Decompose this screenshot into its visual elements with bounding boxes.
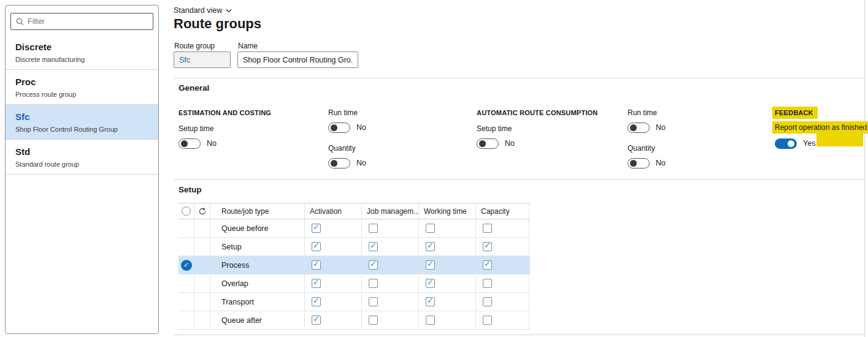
quantity-toggle[interactable] bbox=[628, 158, 650, 168]
table-row[interactable]: Process bbox=[179, 256, 530, 275]
activation-cell[interactable] bbox=[305, 219, 362, 237]
run-time-toggle[interactable] bbox=[628, 123, 650, 133]
col-header-activation[interactable]: Activation bbox=[305, 203, 362, 219]
row-selector-cell[interactable] bbox=[179, 238, 194, 256]
table-row[interactable]: Queue after bbox=[179, 311, 530, 330]
select-all-cell[interactable] bbox=[179, 203, 194, 219]
view-selector[interactable]: Standard view bbox=[174, 5, 232, 16]
route-job-type-value: Queue before bbox=[221, 224, 268, 233]
route-job-type-cell[interactable]: Overlap bbox=[210, 275, 305, 292]
job-management-checkbox[interactable] bbox=[369, 260, 378, 270]
row-selector-cell[interactable] bbox=[179, 275, 194, 292]
activation-checkbox[interactable] bbox=[312, 224, 321, 233]
row-selector-cell[interactable] bbox=[179, 293, 194, 311]
capacity-cell[interactable] bbox=[476, 293, 529, 311]
working-time-checkbox[interactable] bbox=[426, 242, 435, 251]
col-header-working-time[interactable]: Working time bbox=[419, 203, 476, 219]
capacity-checkbox[interactable] bbox=[483, 297, 492, 306]
working-time-cell[interactable] bbox=[419, 293, 476, 311]
activation-cell[interactable] bbox=[305, 311, 362, 329]
capacity-checkbox[interactable] bbox=[483, 316, 492, 325]
name-input[interactable] bbox=[237, 51, 358, 68]
route-job-type-value: Queue after bbox=[221, 316, 262, 325]
activation-cell[interactable] bbox=[305, 293, 362, 311]
capacity-checkbox[interactable] bbox=[483, 242, 492, 251]
job-management-checkbox[interactable] bbox=[369, 224, 378, 233]
table-row[interactable]: Setup bbox=[179, 238, 530, 256]
activation-checkbox[interactable] bbox=[312, 242, 321, 251]
route-group-input[interactable] bbox=[174, 51, 231, 68]
table-row[interactable]: Queue before bbox=[179, 219, 530, 238]
table-row[interactable]: Transport bbox=[179, 293, 530, 311]
setup-section-header[interactable]: Setup bbox=[179, 185, 202, 194]
job-management-checkbox[interactable] bbox=[369, 279, 378, 288]
job-management-checkbox[interactable] bbox=[369, 297, 378, 306]
activation-checkbox[interactable] bbox=[312, 260, 321, 270]
sidebar-item-discrete[interactable]: Discrete Discrete manufacturing bbox=[6, 35, 158, 70]
sidebar-item-sfc[interactable]: Sfc Shop Floor Control Routing Group bbox=[6, 105, 158, 140]
working-time-cell[interactable] bbox=[419, 256, 476, 274]
activation-cell[interactable] bbox=[305, 275, 362, 292]
toggle-state: No bbox=[505, 139, 515, 148]
table-row[interactable]: Overlap bbox=[179, 275, 530, 293]
capacity-cell[interactable] bbox=[476, 238, 529, 256]
route-job-type-cell[interactable]: Process bbox=[210, 256, 305, 274]
row-selector-cell[interactable] bbox=[179, 219, 194, 237]
capacity-cell[interactable] bbox=[476, 219, 529, 237]
sidebar-item-proc[interactable]: Proc Process route group bbox=[6, 70, 158, 105]
job-management-checkbox[interactable] bbox=[369, 316, 378, 325]
job-management-cell[interactable] bbox=[362, 238, 419, 256]
working-time-cell[interactable] bbox=[419, 219, 476, 237]
route-job-type-cell[interactable]: Transport bbox=[210, 293, 305, 311]
working-time-checkbox[interactable] bbox=[426, 260, 435, 270]
working-time-checkbox[interactable] bbox=[426, 316, 435, 325]
quantity-toggle[interactable] bbox=[328, 158, 350, 168]
report-operation-as-finished-toggle[interactable] bbox=[775, 138, 797, 149]
setup-time-toggle[interactable] bbox=[179, 138, 201, 149]
col-header-job-management[interactable]: Job managem... bbox=[362, 203, 419, 219]
refresh-cell[interactable] bbox=[194, 203, 210, 219]
activation-checkbox[interactable] bbox=[312, 316, 321, 325]
activation-cell[interactable] bbox=[305, 238, 362, 256]
route-job-type-cell[interactable]: Queue after bbox=[210, 311, 305, 329]
activation-cell[interactable] bbox=[305, 256, 362, 274]
capacity-checkbox[interactable] bbox=[483, 279, 492, 288]
route-job-type-cell[interactable]: Setup bbox=[210, 238, 305, 256]
row-icon-cell bbox=[194, 256, 210, 274]
job-management-cell[interactable] bbox=[362, 293, 419, 311]
job-management-checkbox[interactable] bbox=[369, 242, 378, 251]
activation-checkbox[interactable] bbox=[312, 297, 321, 306]
col-header-capacity[interactable]: Capacity bbox=[476, 203, 529, 219]
working-time-cell[interactable] bbox=[419, 238, 476, 256]
run-time-toggle[interactable] bbox=[328, 123, 350, 133]
toggle-state: No bbox=[656, 123, 666, 132]
job-management-cell[interactable] bbox=[362, 219, 419, 237]
activation-checkbox[interactable] bbox=[312, 279, 321, 288]
working-time-checkbox[interactable] bbox=[426, 297, 435, 306]
sidebar-item-std[interactable]: Std Standard route group bbox=[6, 140, 158, 175]
filter-input[interactable] bbox=[28, 17, 148, 26]
group-heading: AUTOMATIC ROUTE CONSUMPTION bbox=[477, 108, 598, 118]
capacity-checkbox[interactable] bbox=[483, 260, 492, 270]
setup-time-toggle[interactable] bbox=[477, 138, 499, 149]
working-time-checkbox[interactable] bbox=[426, 279, 435, 288]
selected-row-check-icon bbox=[181, 260, 192, 271]
job-management-cell[interactable] bbox=[362, 275, 419, 292]
select-all-radio[interactable] bbox=[182, 206, 191, 216]
working-time-cell[interactable] bbox=[419, 311, 476, 329]
capacity-cell[interactable] bbox=[476, 256, 529, 274]
working-time-checkbox[interactable] bbox=[426, 224, 435, 233]
job-management-cell[interactable] bbox=[362, 311, 419, 329]
general-section-header[interactable]: General bbox=[179, 83, 209, 93]
job-management-cell[interactable] bbox=[362, 256, 419, 274]
capacity-cell[interactable] bbox=[476, 311, 529, 329]
row-selector-cell[interactable] bbox=[179, 311, 194, 329]
col-header-route-job-type[interactable]: Route/job type bbox=[210, 203, 305, 219]
filter-box[interactable] bbox=[10, 13, 153, 30]
working-time-cell[interactable] bbox=[419, 275, 476, 292]
general-column: Run time No Quantity No bbox=[628, 107, 772, 178]
capacity-cell[interactable] bbox=[476, 275, 529, 292]
row-selector-cell[interactable] bbox=[179, 256, 194, 274]
capacity-checkbox[interactable] bbox=[483, 224, 492, 233]
route-job-type-cell[interactable]: Queue before bbox=[210, 219, 305, 237]
